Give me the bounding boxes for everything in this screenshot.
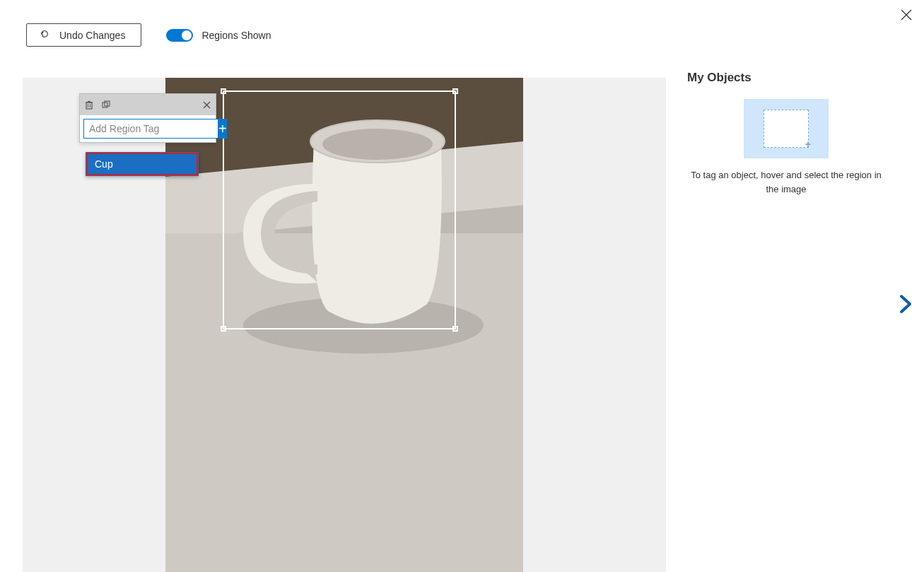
delete-icon[interactable]	[84, 100, 94, 110]
resize-handle-br[interactable]	[452, 326, 458, 332]
undo-label: Undo Changes	[59, 30, 125, 41]
regions-toggle-label: Regions Shown	[201, 30, 271, 41]
tag-input[interactable]	[83, 119, 218, 139]
tag-suggestion-cup[interactable]: Cup	[86, 153, 198, 175]
tag-popup: +	[79, 93, 216, 143]
region-selection[interactable]	[223, 91, 456, 329]
add-tag-button[interactable]: +	[218, 119, 227, 139]
top-toolbar: Undo Changes Regions Shown	[26, 23, 271, 47]
object-placeholder-tile[interactable]	[744, 99, 829, 158]
regions-toggle[interactable]	[166, 29, 193, 42]
regions-toggle-wrap: Regions Shown	[166, 29, 271, 42]
tag-popup-header	[80, 94, 216, 115]
svg-rect-9	[86, 103, 92, 109]
plus-icon: +	[218, 121, 227, 137]
image-holder[interactable]	[165, 78, 523, 572]
panel-hint: To tag an object, hover and select the r…	[687, 168, 885, 196]
resize-handle-bl[interactable]	[221, 326, 226, 332]
resize-handle-tr[interactable]	[452, 88, 458, 94]
tag-suggestions-dropdown: Cup	[86, 152, 199, 176]
close-button[interactable]	[900, 8, 913, 24]
panel-title: My Objects	[687, 71, 752, 85]
undo-button[interactable]: Undo Changes	[26, 23, 141, 47]
undo-icon	[40, 29, 49, 41]
add-object-icon	[764, 110, 809, 148]
layers-icon[interactable]	[101, 100, 111, 110]
resize-handle-tl[interactable]	[221, 88, 226, 94]
right-panel: My Objects To tag an object, hover and s…	[687, 71, 885, 196]
tag-input-row: +	[80, 115, 216, 142]
popup-close-icon[interactable]	[202, 100, 211, 110]
next-arrow[interactable]	[897, 293, 914, 317]
